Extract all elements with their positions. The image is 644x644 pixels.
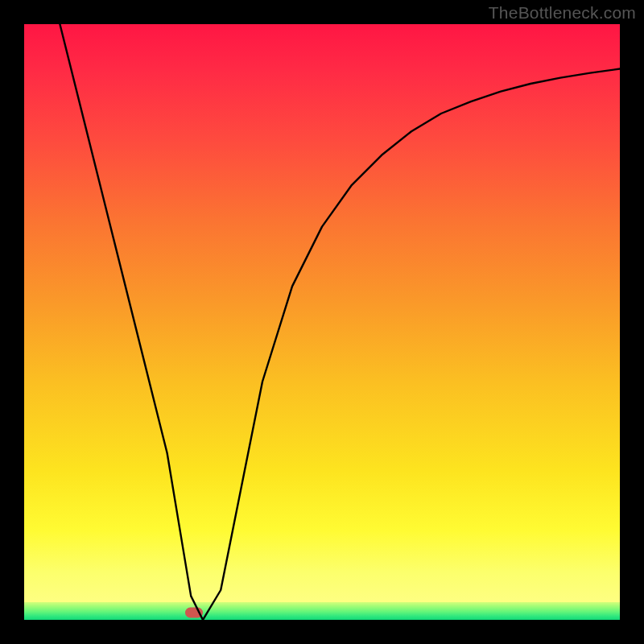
chart-container: TheBottleneck.com — [0, 0, 644, 644]
curve-plot-icon — [24, 24, 620, 620]
minimum-marker-icon — [185, 608, 203, 618]
green-gradient-band — [24, 602, 620, 620]
plot-area — [24, 24, 620, 620]
watermark-label: TheBottleneck.com — [489, 3, 636, 23]
